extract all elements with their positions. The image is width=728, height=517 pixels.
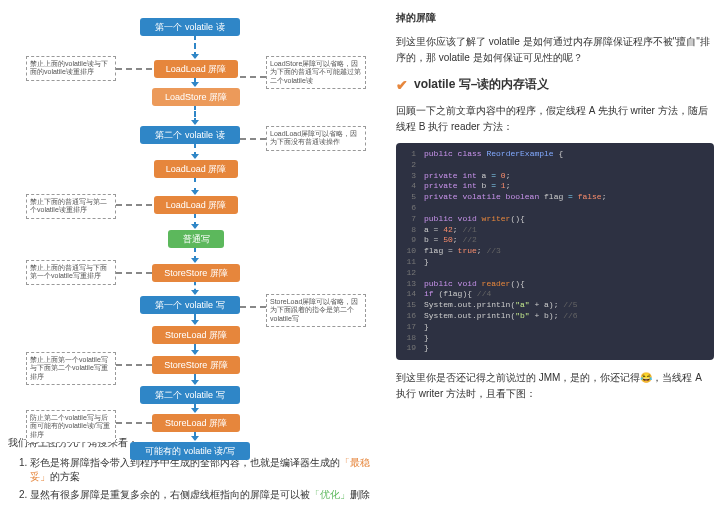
diagram-node: StoreLoad 屏障: [152, 414, 240, 432]
diagram-note: LoadLoad屏障可以省略，因为下面没有普通读操作: [266, 126, 366, 151]
diagram-node: StoreStore 屏障: [152, 264, 240, 282]
code-line: 7 public void writer(){: [400, 214, 710, 225]
connector: [116, 68, 152, 70]
code-line: 2: [400, 160, 710, 171]
flow-arrow: [194, 34, 196, 58]
laugh-emoji: 😂: [640, 370, 652, 386]
diagram-note: 禁止上面的普通写与下面第一个volatile写重排序: [26, 260, 116, 285]
code-line: 14 if (flag){ //4: [400, 289, 710, 300]
flow-diagram: 第一个 volatile 读LoadLoad 屏障LoadStore 屏障第二个…: [8, 10, 368, 430]
flow-arrow: [194, 176, 196, 194]
diagram-node: 第一个 volatile 写: [140, 296, 240, 314]
code-content: System.out.println("b" + b); //6: [424, 311, 578, 322]
code-content: public class ReorderExample {: [424, 149, 563, 160]
flow-arrow: [194, 280, 196, 294]
code-content: [424, 203, 429, 214]
section-heading: ✔ volatile 写–读的内存语义: [396, 76, 714, 93]
diagram-node: LoadLoad 屏障: [154, 60, 238, 78]
connector: [240, 138, 266, 140]
code-content: public void writer(){: [424, 214, 525, 225]
diagram-node: 第一个 volatile 读: [140, 18, 240, 36]
line-number: 3: [400, 171, 416, 182]
line-number: 8: [400, 225, 416, 236]
diagram-note: 禁止上面的volatile读与下面的volatile读重排序: [26, 56, 116, 81]
code-line: 6: [400, 203, 710, 214]
connector: [116, 272, 152, 274]
code-line: 19}: [400, 343, 710, 354]
diagram-node: LoadLoad 屏障: [154, 196, 238, 214]
code-content: System.out.println("a" + a); //5: [424, 300, 578, 311]
diagram-note: LoadStore屏障可以省略，因为下面的普通写不可能越过第二个volatile…: [266, 56, 366, 89]
line-number: 15: [400, 300, 416, 311]
diagram-node: LoadLoad 屏障: [154, 160, 238, 178]
line-number: 5: [400, 192, 416, 203]
connector: [240, 76, 266, 78]
diagram-note: StoreLoad屏障可以省略，因为下面跟着的指令是第二个volatile写: [266, 294, 366, 327]
heading-text: volatile 写–读的内存语义: [414, 76, 549, 93]
paragraph: 到这里你应该了解了 volatile 是如何通过内存屏障保证程序不被"擅自"排序…: [396, 34, 714, 66]
diagram-note: 禁止上面第一个volatile写与下面第二个volatile写重排序: [26, 352, 116, 385]
li2-text: 显然有很多屏障是重复多余的，右侧虚线框指向的屏障是可以被: [30, 489, 310, 500]
li2-highlight: 「优化」: [310, 489, 350, 500]
line-number: 7: [400, 214, 416, 225]
p3-text: 到这里你是否还记得之前说过的 JMM，是的，你还记得: [396, 372, 640, 383]
code-content: [424, 268, 429, 279]
diagram-node: 第二个 volatile 写: [140, 386, 240, 404]
paragraph: 回顾一下之前文章内容中的程序，假定线程 A 先执行 writer 方法，随后线程…: [396, 103, 714, 135]
line-number: 6: [400, 203, 416, 214]
code-content: public void reader(){: [424, 279, 525, 290]
li1-text2: 的方案: [50, 471, 80, 482]
list-item: 彩色是将屏障指令带入到程序中生成的全部内容，也就是编译器生成的「最稳妥」的方案: [30, 456, 374, 484]
flow-arrow: [194, 246, 196, 262]
line-number: 11: [400, 257, 416, 268]
fragment-heading: 掉的屏障: [396, 10, 714, 26]
flow-arrow: [194, 104, 196, 124]
left-column: 第一个 volatile 读LoadLoad 屏障LoadStore 屏障第二个…: [0, 0, 382, 517]
code-line: 5 private volatile boolean flag = false;: [400, 192, 710, 203]
code-line: 4 private int b = 1;: [400, 181, 710, 192]
code-content: private int a = 0;: [424, 171, 510, 182]
line-number: 1: [400, 149, 416, 160]
diagram-note: 防止第二个volatile写与后面可能有的volatile读/写重排序: [26, 410, 116, 443]
code-line: 13 public void reader(){: [400, 279, 710, 290]
line-number: 19: [400, 343, 416, 354]
code-line: 12: [400, 268, 710, 279]
code-line: 10 flag = true; //3: [400, 246, 710, 257]
diagram-node: LoadStore 屏障: [152, 88, 240, 106]
code-content: }: [424, 257, 429, 268]
line-number: 14: [400, 289, 416, 300]
line-number: 17: [400, 322, 416, 333]
code-line: 1public class ReorderExample {: [400, 149, 710, 160]
code-content: if (flag){ //4: [424, 289, 491, 300]
code-content: [424, 160, 429, 171]
code-line: 18 }: [400, 333, 710, 344]
diagram-node: StoreLoad 屏障: [152, 326, 240, 344]
code-content: }: [424, 322, 429, 333]
line-number: 9: [400, 235, 416, 246]
flow-arrow: [194, 142, 196, 158]
list-item: 显然有很多屏障是重复多余的，右侧虚线框指向的屏障是可以被「优化」删除: [30, 488, 374, 502]
flow-arrow: [194, 212, 196, 228]
li2-text2: 删除: [350, 489, 370, 500]
code-content: }: [424, 343, 429, 354]
code-block: 1public class ReorderExample {2 3 privat…: [396, 143, 714, 360]
code-content: b = 50; //2: [424, 235, 477, 246]
check-icon: ✔: [396, 77, 408, 93]
code-content: a = 42; //1: [424, 225, 477, 236]
code-line: 8 a = 42; //1: [400, 225, 710, 236]
line-number: 12: [400, 268, 416, 279]
code-content: }: [424, 333, 429, 344]
line-number: 18: [400, 333, 416, 344]
connector: [116, 204, 152, 206]
diagram-note: 禁止下面的普通写与第二个volatile读重排序: [26, 194, 116, 219]
code-line: 9 b = 50; //2: [400, 235, 710, 246]
line-number: 4: [400, 181, 416, 192]
paragraph: 到这里你是否还记得之前说过的 JMM，是的，你还记得😂，当线程 A 执行 wri…: [396, 370, 714, 402]
connector: [240, 306, 266, 308]
code-line: 11 }: [400, 257, 710, 268]
code-line: 15 System.out.println("a" + a); //5: [400, 300, 710, 311]
diagram-node: 第二个 volatile 读: [140, 126, 240, 144]
diagram-node: StoreStore 屏障: [152, 356, 240, 374]
code-content: flag = true; //3: [424, 246, 501, 257]
line-number: 2: [400, 160, 416, 171]
